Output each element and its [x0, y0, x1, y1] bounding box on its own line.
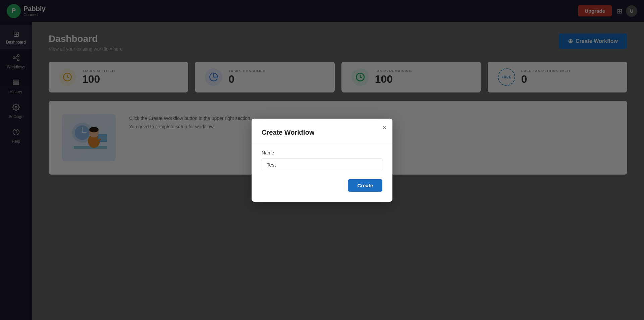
modal-footer: Create — [262, 179, 382, 192]
create-workflow-modal: Create Workflow × Name Create — [252, 119, 392, 202]
workflow-name-input[interactable] — [262, 158, 382, 171]
modal-divider — [252, 143, 392, 143]
modal-create-button[interactable]: Create — [348, 179, 382, 192]
modal-close-button[interactable]: × — [382, 124, 386, 131]
modal-overlay: Create Workflow × Name Create — [0, 0, 644, 320]
modal-title: Create Workflow — [262, 129, 382, 136]
modal-name-label: Name — [262, 150, 382, 155]
